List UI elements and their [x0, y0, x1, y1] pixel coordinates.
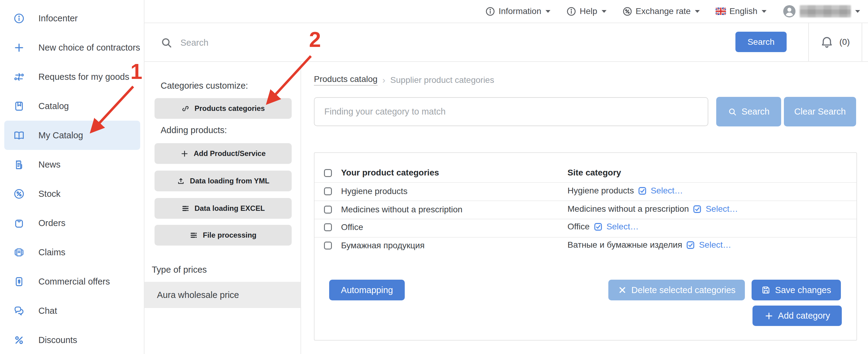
automapping-button[interactable]: Automapping: [329, 280, 405, 300]
info-icon: [13, 13, 25, 24]
type-of-prices-heading: Type of prices: [152, 265, 207, 275]
sidebar-item-commercial-offers[interactable]: Commercial offers: [4, 267, 140, 296]
news-icon: [13, 159, 25, 170]
offer-icon: [13, 276, 25, 287]
row-checkbox[interactable]: [324, 223, 332, 231]
sidebar-item-label: Catalog: [38, 101, 69, 111]
sidebar-item-label: New choice of contractors: [38, 43, 140, 53]
tools-panel: Categories customize: Products categorie…: [145, 62, 301, 354]
data-loading-yml-button[interactable]: Data loading from YML: [155, 171, 292, 191]
categories-table-card: Your product categories Site category Hy…: [314, 152, 857, 341]
row-checkbox[interactable]: [324, 242, 332, 250]
site-category-value: Medicines without a prescription: [567, 204, 689, 214]
percent-circle-icon: [13, 188, 25, 199]
sidebar-item-infocenter[interactable]: Infocenter: [4, 4, 140, 33]
plus-icon: [13, 42, 25, 53]
select-category-link[interactable]: Select…: [607, 222, 639, 231]
row-checkbox[interactable]: [324, 187, 332, 195]
breadcrumb-current-page: Supplier product categories: [391, 75, 494, 85]
checked-checkbox-icon[interactable]: [692, 204, 702, 214]
percent-circle-icon: [622, 6, 632, 17]
information-label: Information: [499, 6, 541, 16]
chevron-down-icon: [546, 10, 551, 13]
site-category-value: Hygiene products: [567, 186, 634, 196]
checked-checkbox-icon[interactable]: [593, 222, 603, 231]
sidebar-item-stock[interactable]: Stock: [4, 179, 140, 208]
username-blurred: [800, 5, 851, 18]
sidebar-item-chat[interactable]: Chat: [4, 296, 140, 325]
file-processing-button[interactable]: File processing: [155, 225, 292, 246]
filter-search-button[interactable]: Search: [716, 97, 781, 126]
info-icon: [566, 6, 576, 17]
row-divider: [314, 219, 857, 219]
language-label: English: [729, 6, 757, 16]
plus-icon: [764, 311, 774, 321]
row-divider: [314, 200, 857, 201]
plus-icon: [180, 150, 189, 158]
bag-icon: [13, 218, 25, 229]
claims-icon: [13, 247, 25, 258]
data-loading-excel-button[interactable]: Data loading EXCEL: [155, 198, 292, 219]
column-header-your-categories: Your product categories: [341, 168, 439, 178]
sidebar-item-claims[interactable]: Claims: [4, 237, 140, 267]
clear-search-button[interactable]: Clear Search: [784, 97, 856, 126]
your-category-cell: Medicines without a prescription: [341, 205, 462, 215]
add-product-service-button[interactable]: Add Product/Service: [155, 143, 292, 164]
checked-checkbox-icon[interactable]: [638, 186, 647, 196]
add-category-label: Add category: [778, 311, 830, 321]
sidebar-item-my-catalog[interactable]: My Catalog: [4, 121, 140, 150]
percent-icon: [13, 334, 25, 346]
help-menu[interactable]: Help: [566, 6, 607, 17]
data-loading-excel-label: Data loading EXCEL: [194, 204, 265, 213]
chevron-down-icon: [855, 10, 860, 13]
price-type-label: Aura wholesale price: [157, 290, 239, 300]
annotation-number-1: 1: [130, 61, 142, 82]
information-menu[interactable]: Information: [485, 6, 551, 17]
your-category-cell: Бумажная продукция: [341, 241, 425, 250]
breadcrumb-products-catalog[interactable]: Products catalog: [314, 74, 378, 86]
sidebar-item-label: Chat: [38, 306, 57, 316]
category-filter-input[interactable]: [314, 97, 708, 126]
global-search-button[interactable]: Search: [736, 32, 786, 52]
annotation-number-2: 2: [309, 29, 321, 50]
global-search-input[interactable]: [180, 32, 638, 53]
sidebar-item-label: Discounts: [38, 335, 77, 345]
sidebar-item-news[interactable]: News: [4, 150, 140, 179]
info-icon: [485, 6, 495, 17]
sidebar-item-label: Orders: [38, 218, 65, 228]
table-rows-icon: [181, 204, 190, 213]
top-bar: Information Help Exchange rate English: [145, 0, 868, 23]
app-window: Infocenter New choice of contractors Req…: [0, 0, 868, 354]
exchange-rate-menu[interactable]: Exchange rate: [622, 6, 700, 17]
bell-icon[interactable]: [820, 35, 834, 50]
save-changes-button[interactable]: Save changes: [751, 280, 841, 300]
sidebar-item-catalog[interactable]: Catalog: [4, 91, 140, 121]
checked-checkbox-icon[interactable]: [686, 240, 695, 250]
sidebar-item-label: Commercial offers: [38, 277, 110, 287]
price-type-item-aura-wholesale[interactable]: Aura wholesale price: [145, 282, 301, 308]
sidebar-item-discounts[interactable]: Discounts: [4, 325, 140, 354]
row-checkbox[interactable]: [324, 206, 332, 214]
delete-selected-categories-button[interactable]: Delete selected categories: [608, 280, 745, 300]
sidebar-item-orders[interactable]: Orders: [4, 208, 140, 237]
divider: [862, 23, 862, 61]
products-categories-button[interactable]: Products categories: [155, 98, 292, 119]
sidebar-item-label: Stock: [38, 189, 61, 199]
sidebar-item-new-choice-of-contractors[interactable]: New choice of contractors: [4, 33, 140, 62]
row-divider: [314, 237, 857, 237]
sidebar-item-requests-for-my-goods[interactable]: Requests for my goods: [4, 62, 140, 91]
notification-count: (0): [839, 37, 850, 47]
language-menu[interactable]: English: [716, 6, 767, 16]
select-category-link[interactable]: Select…: [699, 240, 731, 250]
search-icon: [728, 107, 737, 117]
select-category-link[interactable]: Select…: [651, 186, 683, 196]
open-book-icon: [13, 130, 25, 141]
chevron-down-icon: [601, 10, 607, 13]
sidebar-item-label: Infocenter: [38, 13, 78, 24]
add-category-button[interactable]: Add category: [752, 305, 842, 326]
site-category-value: Ватные и бумажные изделия: [567, 240, 682, 250]
chat-icon: [13, 305, 25, 317]
user-menu[interactable]: [782, 4, 860, 18]
select-category-link[interactable]: Select…: [706, 204, 738, 214]
select-all-checkbox[interactable]: [324, 169, 332, 177]
